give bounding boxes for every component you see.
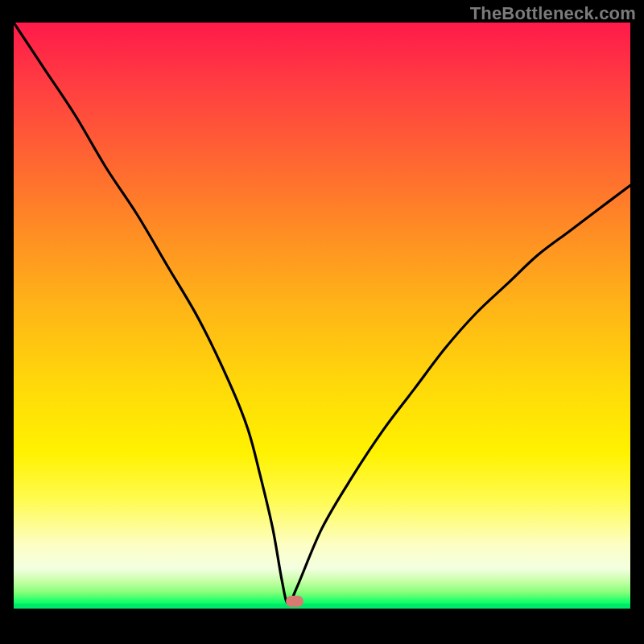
bottleneck-curve bbox=[14, 23, 630, 604]
watermark-text: TheBottleneck.com bbox=[470, 3, 636, 24]
chart-frame: TheBottleneck.com bbox=[0, 0, 644, 644]
notch-marker bbox=[286, 596, 303, 607]
plot-area bbox=[14, 23, 630, 634]
green-baseline bbox=[14, 604, 630, 609]
